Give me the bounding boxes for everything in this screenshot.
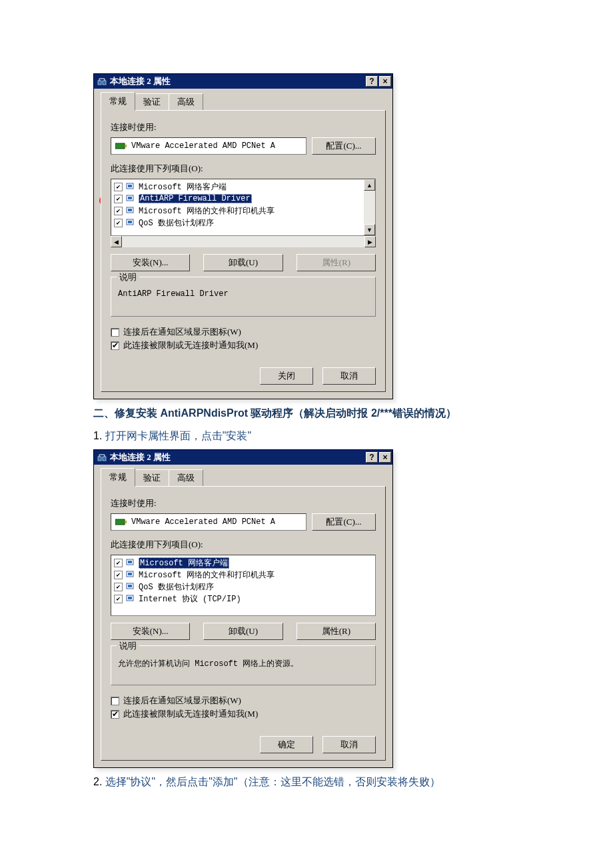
adapter-display: VMware Accelerated AMD PCNet A bbox=[111, 137, 306, 155]
properties-dialog-2: 本地连接 2 属性 ? × 常规 验证 高级 连接时使用: VMware Acc… bbox=[93, 449, 393, 768]
window-title: 本地连接 2 属性 bbox=[110, 451, 364, 463]
configure-button[interactable]: 配置(C)... bbox=[312, 513, 376, 531]
close-dialog-button[interactable]: 关闭 bbox=[260, 367, 313, 385]
show-icon-checkbox-row[interactable]: 连接后在通知区域显示图标(W) bbox=[111, 695, 376, 707]
help-button[interactable]: ? bbox=[366, 452, 378, 463]
cancel-dialog-button[interactable]: 取消 bbox=[322, 367, 376, 385]
scroll-up-icon[interactable]: ▲ bbox=[364, 179, 375, 191]
components-listbox[interactable]: ✔Microsoft 网络客户端✔Microsoft 网络的文件和打印机共享✔Q… bbox=[111, 555, 376, 616]
list-items: ✔Microsoft 网络客户端✔AntiARP Firewall Driver… bbox=[111, 179, 364, 235]
configure-button[interactable]: 配置(C)... bbox=[312, 137, 376, 155]
item-checkbox[interactable]: ✔ bbox=[114, 207, 123, 215]
properties-button: 属性(R) bbox=[297, 254, 376, 271]
uninstall-button[interactable]: 卸载(U) bbox=[203, 623, 283, 640]
install-button[interactable]: 安装(N)... bbox=[111, 623, 190, 640]
tab-auth[interactable]: 验证 bbox=[135, 469, 169, 486]
step-text: 打开网卡属性界面，点击"安装" bbox=[105, 430, 251, 441]
titlebar[interactable]: 本地连接 2 属性 ? × bbox=[94, 450, 392, 465]
adapter-icon bbox=[115, 517, 127, 527]
svg-rect-9 bbox=[128, 209, 132, 211]
tabstrip: 常规 验证 高级 bbox=[101, 94, 386, 110]
list-item[interactable]: ✔Microsoft 网络客户端 bbox=[113, 181, 362, 193]
scroll-right-icon[interactable]: ▶ bbox=[364, 236, 376, 247]
notify-checkbox-row[interactable]: ✔ 此连接被限制或无连接时通知我(M) bbox=[111, 339, 376, 351]
notify-checkbox-row[interactable]: ✔ 此连接被限制或无连接时通知我(M) bbox=[111, 708, 376, 720]
item-label: Microsoft 网络的文件和打印机共享 bbox=[139, 569, 275, 581]
window-title: 本地连接 2 属性 bbox=[110, 75, 364, 87]
items-label: 此连接使用下列项目(O): bbox=[111, 163, 376, 175]
list-item[interactable]: ✔Microsoft 网络客户端 bbox=[113, 557, 374, 569]
uninstall-button[interactable]: 卸载(U) bbox=[203, 254, 283, 271]
description-group: 说明 允许您的计算机访问 Microsoft 网络上的资源。 bbox=[111, 645, 376, 685]
list-item[interactable]: ✔QoS 数据包计划程序 bbox=[113, 581, 374, 593]
step-number: 2. bbox=[93, 776, 102, 787]
description-legend: 说明 bbox=[117, 640, 139, 652]
show-icon-checkbox[interactable] bbox=[111, 328, 119, 337]
tab-advanced[interactable]: 高级 bbox=[169, 469, 203, 486]
scroll-left-icon[interactable]: ◀ bbox=[111, 236, 122, 247]
cancel-dialog-button[interactable]: 取消 bbox=[322, 736, 376, 753]
tab-auth[interactable]: 验证 bbox=[135, 93, 169, 110]
description-group: 说明 AntiARP Firewall Driver bbox=[111, 277, 376, 317]
notify-checkbox[interactable]: ✔ bbox=[111, 341, 119, 350]
svg-rect-17 bbox=[128, 561, 132, 563]
properties-button[interactable]: 属性(R) bbox=[297, 623, 376, 640]
list-item[interactable]: ✔Microsoft 网络的文件和打印机共享 bbox=[113, 569, 374, 581]
item-checkbox[interactable]: ✔ bbox=[114, 559, 123, 567]
scroll-down-icon[interactable]: ▼ bbox=[364, 224, 375, 235]
item-checkbox[interactable]: ✔ bbox=[114, 595, 123, 603]
item-label: AntiARP Firewall Driver bbox=[139, 194, 252, 203]
notify-checkbox[interactable]: ✔ bbox=[111, 710, 119, 719]
list-item[interactable]: ✔Microsoft 网络的文件和打印机共享 bbox=[113, 205, 362, 217]
notify-label: 此连接被限制或无连接时通知我(M) bbox=[123, 708, 258, 720]
svg-rect-23 bbox=[128, 597, 132, 599]
svg-rect-0 bbox=[98, 81, 101, 85]
vertical-scrollbar[interactable]: ▲ ▼ bbox=[364, 179, 375, 235]
step-text: 选择"协议"，然后点击"添加"（注意：这里不能选错，否则安装将失败） bbox=[105, 776, 440, 787]
svg-rect-13 bbox=[103, 457, 106, 461]
show-icon-checkbox[interactable] bbox=[111, 697, 119, 705]
svg-rect-1 bbox=[103, 81, 106, 85]
list-item[interactable]: ✔Internet 协议 (TCP/IP) bbox=[113, 593, 374, 605]
component-icon bbox=[125, 218, 136, 227]
component-icon bbox=[125, 182, 136, 191]
item-checkbox[interactable]: ✔ bbox=[114, 219, 123, 227]
item-checkbox[interactable]: ✔ bbox=[114, 583, 123, 591]
tab-general[interactable]: 常规 bbox=[101, 468, 135, 487]
horizontal-scrollbar[interactable]: ◀ ▶ bbox=[111, 236, 376, 247]
tabstrip: 常规 验证 高级 bbox=[101, 470, 386, 486]
component-icon bbox=[125, 582, 136, 591]
component-icon bbox=[125, 594, 136, 603]
show-icon-label: 连接后在通知区域显示图标(W) bbox=[123, 695, 241, 707]
item-checkbox[interactable]: ✔ bbox=[114, 571, 123, 579]
notify-label: 此连接被限制或无连接时通知我(M) bbox=[123, 339, 258, 351]
item-label: Microsoft 网络客户端 bbox=[139, 181, 227, 193]
tab-general[interactable]: 常规 bbox=[101, 92, 135, 111]
item-checkbox[interactable]: ✔ bbox=[114, 195, 123, 203]
install-button[interactable]: 安装(N)... bbox=[111, 254, 190, 271]
adapter-name: VMware Accelerated AMD PCNet A bbox=[131, 517, 275, 527]
show-icon-label: 连接后在通知区域显示图标(W) bbox=[123, 326, 241, 338]
section-heading-2: 二、修复安装 AntiARPNdisProt 驱动程序（解决启动时报 2/***… bbox=[93, 405, 520, 422]
connect-using-label: 连接时使用: bbox=[111, 121, 376, 133]
svg-rect-14 bbox=[115, 519, 125, 525]
tab-advanced[interactable]: 高级 bbox=[169, 93, 203, 110]
description-text: AntiARP Firewall Driver bbox=[118, 289, 368, 299]
show-icon-checkbox-row[interactable]: 连接后在通知区域显示图标(W) bbox=[111, 326, 376, 338]
step-2-2: 2. 选择"协议"，然后点击"添加"（注意：这里不能选错，否则安装将失败） bbox=[93, 773, 520, 791]
close-button[interactable]: × bbox=[379, 76, 391, 87]
adapter-icon bbox=[115, 141, 127, 151]
component-icon bbox=[125, 570, 136, 579]
items-label: 此连接使用下列项目(O): bbox=[111, 539, 376, 551]
item-checkbox[interactable]: ✔ bbox=[114, 183, 123, 191]
components-listbox[interactable]: ✔Microsoft 网络客户端✔AntiARP Firewall Driver… bbox=[111, 179, 376, 236]
description-legend: 说明 bbox=[117, 271, 139, 283]
close-button[interactable]: × bbox=[379, 452, 391, 463]
help-button[interactable]: ? bbox=[366, 76, 378, 87]
component-icon bbox=[125, 206, 136, 215]
ok-dialog-button[interactable]: 确定 bbox=[260, 736, 313, 753]
list-item[interactable]: ✔AntiARP Firewall Driver bbox=[113, 193, 362, 205]
item-label: Microsoft 网络的文件和打印机共享 bbox=[139, 205, 275, 217]
list-item[interactable]: ✔QoS 数据包计划程序 bbox=[113, 217, 362, 229]
titlebar[interactable]: 本地连接 2 属性 ? × bbox=[94, 74, 392, 89]
